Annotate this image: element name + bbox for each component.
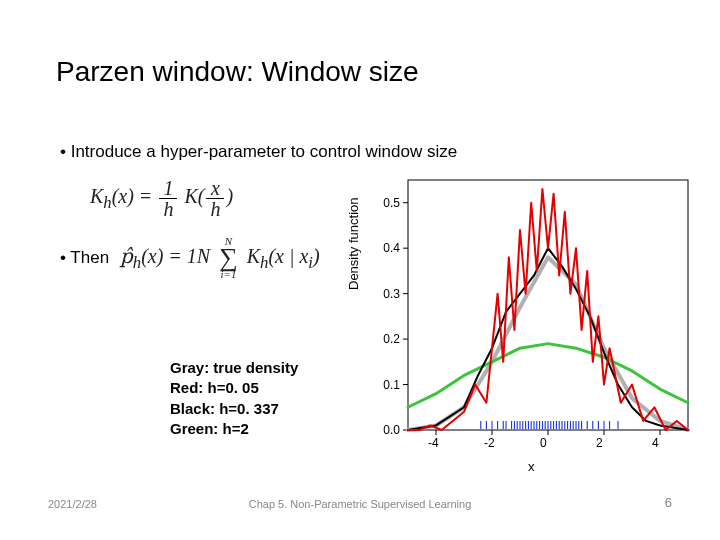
y-tick-label: 0.5 (383, 196, 400, 210)
x-tick-label: 0 (540, 436, 547, 450)
legend-black: Black: h=0. 337 (170, 399, 298, 419)
eq-frac-xh: xh (206, 178, 224, 219)
y-tick-label: 0.1 (383, 378, 400, 392)
legend-red: Red: h=0. 05 (170, 378, 298, 398)
density-chart: Density function x 0.00.10.20.30.40.5-4-… (358, 170, 698, 470)
eq-sum: N∑i=1 (219, 236, 238, 280)
y-tick-label: 0.3 (383, 287, 400, 301)
x-tick-label: -4 (428, 436, 439, 450)
equation-kernel-scaled: Kh(x) = 1h K(xh) (90, 178, 233, 219)
legend-green: Green: h=2 (170, 419, 298, 439)
bullet-then: • Then (60, 248, 109, 268)
y-tick-label: 0.0 (383, 423, 400, 437)
chart-legend-text: Gray: true density Red: h=0. 05 Black: h… (170, 358, 298, 439)
footer-title: Chap 5. Non-Parametric Supervised Learni… (0, 498, 720, 510)
y-tick-label: 0.4 (383, 241, 400, 255)
svg-rect-0 (408, 180, 688, 430)
x-tick-label: 2 (596, 436, 603, 450)
eq-K2: K (184, 185, 197, 207)
legend-gray: Gray: true density (170, 358, 298, 378)
equation-density-estimate: p̂h(x) = 1N N∑i=1 Kh(x | xi) (120, 236, 320, 280)
slide: Parzen window: Window size • Introduce a… (0, 0, 720, 540)
x-axis-label: x (528, 459, 535, 474)
eq-frac-1N: 1N (187, 245, 210, 267)
eq-phat: p̂ (120, 245, 133, 267)
eq-Kh-arg: (x) = (112, 185, 153, 207)
eq-Kh-sub: h (103, 193, 111, 212)
eq-Kh-K: K (90, 185, 103, 207)
chart-svg (358, 170, 698, 470)
x-tick-label: 4 (652, 436, 659, 450)
eq-frac-1h: 1h (159, 178, 177, 219)
y-axis-label: Density function (346, 198, 361, 291)
x-tick-label: -2 (484, 436, 495, 450)
footer-page: 6 (665, 495, 672, 510)
bullet-hyperparameter: • Introduce a hyper-parameter to control… (60, 142, 457, 162)
page-title: Parzen window: Window size (56, 56, 419, 88)
y-tick-label: 0.2 (383, 332, 400, 346)
